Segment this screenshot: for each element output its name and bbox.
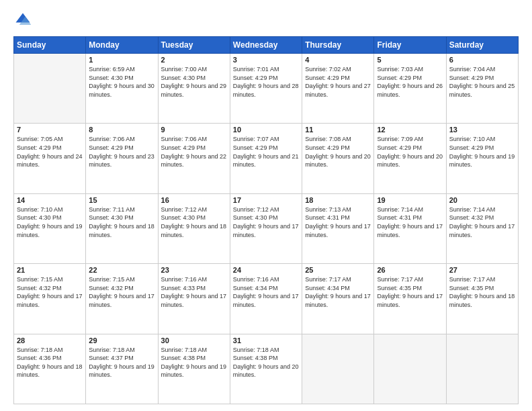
col-header-thursday: Thursday (302, 37, 374, 54)
calendar-cell: 22Sunrise: 7:15 AMSunset: 4:32 PMDayligh… (86, 264, 158, 334)
calendar-cell (302, 334, 374, 404)
day-number: 4 (305, 56, 371, 64)
col-header-wednesday: Wednesday (230, 37, 302, 54)
col-header-sunday: Sunday (14, 37, 86, 54)
day-number: 5 (377, 56, 443, 64)
cell-info: Sunrise: 7:06 AMSunset: 4:29 PMDaylight:… (161, 135, 227, 169)
day-number: 20 (449, 196, 515, 204)
calendar-week-1: 7Sunrise: 7:05 AMSunset: 4:29 PMDaylight… (14, 124, 519, 193)
day-number: 21 (17, 266, 83, 274)
day-number: 17 (233, 196, 299, 204)
cell-info: Sunrise: 7:07 AMSunset: 4:29 PMDaylight:… (233, 135, 299, 169)
calendar-table: SundayMondayTuesdayWednesdayThursdayFrid… (13, 36, 519, 404)
calendar-cell: 5Sunrise: 7:03 AMSunset: 4:29 PMDaylight… (374, 54, 446, 124)
calendar-cell (374, 334, 446, 404)
calendar-cell: 18Sunrise: 7:13 AMSunset: 4:31 PMDayligh… (302, 193, 374, 263)
cell-info: Sunrise: 7:08 AMSunset: 4:29 PMDaylight:… (305, 135, 371, 169)
cell-info: Sunrise: 7:16 AMSunset: 4:33 PMDaylight:… (161, 275, 227, 309)
cell-info: Sunrise: 7:16 AMSunset: 4:34 PMDaylight:… (233, 275, 299, 309)
day-number: 8 (89, 126, 154, 134)
col-header-tuesday: Tuesday (158, 37, 230, 54)
calendar-week-3: 21Sunrise: 7:15 AMSunset: 4:32 PMDayligh… (14, 264, 519, 334)
cell-info: Sunrise: 7:13 AMSunset: 4:31 PMDaylight:… (305, 205, 371, 239)
day-number: 3 (233, 56, 299, 64)
day-number: 2 (161, 56, 227, 64)
calendar-cell: 12Sunrise: 7:09 AMSunset: 4:29 PMDayligh… (374, 124, 446, 193)
cell-info: Sunrise: 7:05 AMSunset: 4:29 PMDaylight:… (17, 135, 83, 169)
calendar-cell: 24Sunrise: 7:16 AMSunset: 4:34 PMDayligh… (230, 264, 302, 334)
calendar-cell: 6Sunrise: 7:04 AMSunset: 4:29 PMDaylight… (446, 54, 518, 124)
cell-info: Sunrise: 7:15 AMSunset: 4:32 PMDaylight:… (89, 275, 154, 309)
calendar-cell: 9Sunrise: 7:06 AMSunset: 4:29 PMDaylight… (158, 124, 230, 193)
day-number: 16 (161, 196, 227, 204)
cell-info: Sunrise: 7:02 AMSunset: 4:29 PMDaylight:… (305, 65, 371, 99)
calendar-cell: 21Sunrise: 7:15 AMSunset: 4:32 PMDayligh… (14, 264, 86, 334)
calendar-cell: 19Sunrise: 7:14 AMSunset: 4:31 PMDayligh… (374, 193, 446, 263)
calendar-cell: 2Sunrise: 7:00 AMSunset: 4:30 PMDaylight… (158, 54, 230, 124)
day-number: 9 (161, 126, 227, 134)
cell-info: Sunrise: 7:17 AMSunset: 4:35 PMDaylight:… (377, 275, 443, 309)
col-header-monday: Monday (86, 37, 158, 54)
cell-info: Sunrise: 7:18 AMSunset: 4:36 PMDaylight:… (17, 346, 83, 379)
day-number: 30 (161, 336, 227, 345)
day-number: 14 (17, 196, 83, 204)
calendar-header-row: SundayMondayTuesdayWednesdayThursdayFrid… (14, 37, 519, 54)
day-number: 6 (449, 56, 515, 64)
cell-info: Sunrise: 7:12 AMSunset: 4:30 PMDaylight:… (233, 205, 299, 239)
day-number: 22 (89, 266, 154, 274)
cell-info: Sunrise: 7:18 AMSunset: 4:38 PMDaylight:… (161, 346, 227, 379)
day-number: 11 (305, 126, 371, 134)
day-number: 7 (17, 126, 83, 134)
col-header-friday: Friday (374, 37, 446, 54)
cell-info: Sunrise: 7:00 AMSunset: 4:30 PMDaylight:… (161, 65, 227, 99)
cell-info: Sunrise: 7:11 AMSunset: 4:30 PMDaylight:… (89, 205, 154, 239)
calendar-cell: 7Sunrise: 7:05 AMSunset: 4:29 PMDaylight… (14, 124, 86, 193)
day-number: 26 (377, 266, 443, 274)
day-number: 27 (449, 266, 515, 274)
cell-info: Sunrise: 6:59 AMSunset: 4:30 PMDaylight:… (89, 65, 154, 99)
day-number: 23 (161, 266, 227, 274)
calendar-cell: 26Sunrise: 7:17 AMSunset: 4:35 PMDayligh… (374, 264, 446, 334)
calendar-cell: 15Sunrise: 7:11 AMSunset: 4:30 PMDayligh… (86, 193, 158, 263)
calendar-cell: 10Sunrise: 7:07 AMSunset: 4:29 PMDayligh… (230, 124, 302, 193)
cell-info: Sunrise: 7:18 AMSunset: 4:37 PMDaylight:… (89, 346, 154, 379)
day-number: 1 (89, 56, 154, 64)
day-number: 24 (233, 266, 299, 274)
day-number: 18 (305, 196, 371, 204)
calendar-cell: 8Sunrise: 7:06 AMSunset: 4:29 PMDaylight… (86, 124, 158, 193)
day-number: 31 (233, 336, 299, 345)
day-number: 29 (89, 336, 154, 345)
cell-info: Sunrise: 7:09 AMSunset: 4:29 PMDaylight:… (377, 135, 443, 169)
day-number: 12 (377, 126, 443, 134)
cell-info: Sunrise: 7:10 AMSunset: 4:30 PMDaylight:… (17, 205, 83, 239)
calendar-cell: 1Sunrise: 6:59 AMSunset: 4:30 PMDaylight… (86, 54, 158, 124)
day-number: 28 (17, 336, 83, 345)
cell-info: Sunrise: 7:15 AMSunset: 4:32 PMDaylight:… (17, 275, 83, 309)
calendar-cell: 17Sunrise: 7:12 AMSunset: 4:30 PMDayligh… (230, 193, 302, 263)
calendar-cell: 13Sunrise: 7:10 AMSunset: 4:29 PMDayligh… (446, 124, 518, 193)
logo-icon (13, 11, 32, 30)
cell-info: Sunrise: 7:12 AMSunset: 4:30 PMDaylight:… (161, 205, 227, 239)
col-header-saturday: Saturday (446, 37, 518, 54)
calendar-cell: 20Sunrise: 7:14 AMSunset: 4:32 PMDayligh… (446, 193, 518, 263)
calendar-cell: 27Sunrise: 7:17 AMSunset: 4:35 PMDayligh… (446, 264, 518, 334)
calendar-week-0: 1Sunrise: 6:59 AMSunset: 4:30 PMDaylight… (14, 54, 519, 124)
day-number: 19 (377, 196, 443, 204)
calendar-cell: 11Sunrise: 7:08 AMSunset: 4:29 PMDayligh… (302, 124, 374, 193)
cell-info: Sunrise: 7:04 AMSunset: 4:29 PMDaylight:… (449, 65, 515, 99)
cell-info: Sunrise: 7:18 AMSunset: 4:38 PMDaylight:… (233, 346, 299, 379)
cell-info: Sunrise: 7:10 AMSunset: 4:29 PMDaylight:… (449, 135, 515, 169)
day-number: 25 (305, 266, 371, 274)
calendar-week-4: 28Sunrise: 7:18 AMSunset: 4:36 PMDayligh… (14, 334, 519, 404)
calendar-cell (14, 54, 86, 124)
calendar-cell: 28Sunrise: 7:18 AMSunset: 4:36 PMDayligh… (14, 334, 86, 404)
calendar-cell: 4Sunrise: 7:02 AMSunset: 4:29 PMDaylight… (302, 54, 374, 124)
calendar-cell: 23Sunrise: 7:16 AMSunset: 4:33 PMDayligh… (158, 264, 230, 334)
calendar-cell: 31Sunrise: 7:18 AMSunset: 4:38 PMDayligh… (230, 334, 302, 404)
header (13, 11, 519, 30)
cell-info: Sunrise: 7:14 AMSunset: 4:31 PMDaylight:… (377, 205, 443, 239)
calendar-cell (446, 334, 518, 404)
cell-info: Sunrise: 7:06 AMSunset: 4:29 PMDaylight:… (89, 135, 154, 169)
cell-info: Sunrise: 7:17 AMSunset: 4:34 PMDaylight:… (305, 275, 371, 309)
cell-info: Sunrise: 7:01 AMSunset: 4:29 PMDaylight:… (233, 65, 299, 99)
